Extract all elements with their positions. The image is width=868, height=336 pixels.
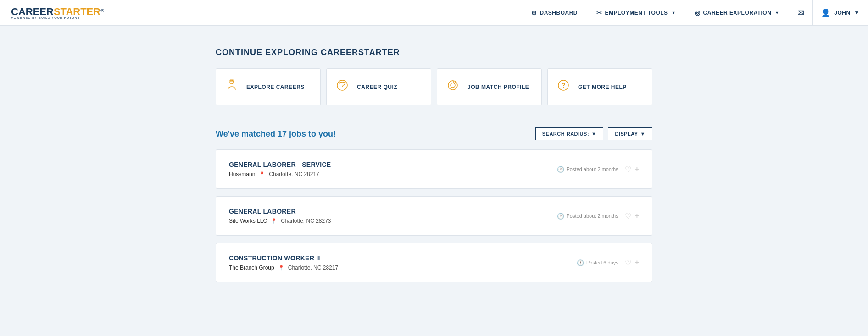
job-actions: ♡ +	[625, 165, 639, 174]
tools-icon: ✂	[596, 9, 602, 17]
job-actions: ♡ +	[625, 212, 639, 220]
job-favorite-button[interactable]: ♡	[625, 212, 631, 220]
logo-reg: ®	[100, 8, 104, 13]
clock-icon: 🕐	[557, 166, 564, 173]
jobs-matched-text: We've matched 17 jobs to you!	[216, 129, 336, 139]
search-radius-button[interactable]: SEARCH RADIUS: ▼	[535, 127, 604, 140]
job-right: 🕐 Posted about 2 months ♡ +	[557, 212, 639, 220]
get-help-icon: ?	[555, 78, 572, 96]
nav-user[interactable]: 👤 JOHN ▼	[812, 0, 868, 25]
jobs-controls: SEARCH RADIUS: ▼ DISPLAY ▼	[535, 127, 652, 140]
svg-point-4	[448, 81, 457, 90]
display-button[interactable]: DISPLAY ▼	[608, 127, 652, 140]
job-actions: ♡ +	[625, 259, 639, 267]
jobs-header: We've matched 17 jobs to you! SEARCH RAD…	[216, 127, 652, 140]
display-caret: ▼	[640, 131, 645, 137]
location-pin-icon: 📍	[278, 265, 284, 271]
navbar: CAREERSTARTER® POWERED BY BUILD YOUR FUT…	[0, 0, 868, 26]
table-row: CONSTRUCTION WORKER II The Branch Group …	[216, 243, 652, 282]
user-avatar-icon: 👤	[821, 8, 831, 17]
display-label: DISPLAY	[615, 131, 638, 137]
nav-employment-tools-label: EMPLOYMENT TOOLS	[605, 10, 668, 16]
location-pin-icon: 📍	[259, 171, 265, 177]
get-help-card[interactable]: ? GET MORE HELP	[547, 68, 652, 105]
explore-section-title: CONTINUE EXPLORING CAREERSTARTER	[216, 48, 652, 57]
nav-user-name: JOHN	[834, 10, 850, 16]
career-quiz-card[interactable]: CAREER QUIZ	[326, 68, 431, 105]
svg-text:?: ?	[562, 82, 566, 89]
job-info: GENERAL LABORER - SERVICE Hussmann 📍 Cha…	[229, 161, 331, 177]
job-right: 🕐 Posted 6 days ♡ +	[577, 259, 639, 267]
job-posted: 🕐 Posted about 2 months	[557, 213, 618, 220]
clock-icon: 🕐	[577, 259, 584, 266]
employment-tools-caret: ▼	[672, 11, 676, 15]
job-title: GENERAL LABORER - SERVICE	[229, 161, 331, 168]
user-caret: ▼	[854, 10, 860, 16]
job-meta: The Branch Group 📍 Charlotte, NC 28217	[229, 264, 338, 271]
job-info: CONSTRUCTION WORKER II The Branch Group …	[229, 254, 338, 271]
table-row: GENERAL LABORER Site Works LLC 📍 Charlot…	[216, 196, 652, 236]
job-location: Charlotte, NC 28273	[281, 218, 331, 224]
search-radius-label: SEARCH RADIUS:	[542, 131, 589, 137]
explore-careers-icon	[223, 78, 240, 96]
logo[interactable]: CAREERSTARTER® POWERED BY BUILD YOUR FUT…	[0, 0, 115, 25]
job-add-button[interactable]: +	[635, 259, 639, 267]
job-add-button[interactable]: +	[635, 165, 639, 173]
location-pin-icon: 📍	[271, 218, 277, 224]
table-row: GENERAL LABORER - SERVICE Hussmann 📍 Cha…	[216, 149, 652, 189]
main-content: CONTINUE EXPLORING CAREERSTARTER EXPLORE…	[205, 26, 663, 312]
job-favorite-button[interactable]: ♡	[625, 165, 631, 174]
navbar-items: ⊕ DASHBOARD ✂ EMPLOYMENT TOOLS ▼ ◎ CAREE…	[522, 0, 868, 25]
job-add-button[interactable]: +	[635, 212, 639, 220]
career-quiz-label: CAREER QUIZ	[357, 84, 397, 90]
get-help-label: GET MORE HELP	[578, 84, 627, 90]
job-match-label: JOB MATCH PROFILE	[467, 84, 529, 90]
job-posted: 🕐 Posted about 2 months	[557, 166, 618, 173]
job-posted-text: Posted about 2 months	[567, 166, 618, 172]
job-posted-text: Posted about 2 months	[567, 213, 618, 219]
explore-careers-card[interactable]: EXPLORE CAREERS	[216, 68, 321, 105]
job-meta: Site Works LLC 📍 Charlotte, NC 28273	[229, 218, 331, 224]
nav-employment-tools[interactable]: ✂ EMPLOYMENT TOOLS ▼	[587, 0, 685, 25]
exploration-icon: ◎	[695, 9, 701, 17]
job-posted: 🕐 Posted 6 days	[577, 259, 618, 266]
svg-point-0	[230, 80, 234, 84]
mail-icon: ✉	[797, 8, 804, 18]
job-location: Charlotte, NC 28217	[269, 171, 319, 177]
job-title: GENERAL LABORER	[229, 208, 331, 215]
svg-point-5	[451, 83, 455, 88]
job-location: Charlotte, NC 28217	[288, 264, 338, 271]
career-exploration-caret: ▼	[775, 11, 779, 15]
nav-dashboard-label: DASHBOARD	[540, 10, 578, 16]
career-quiz-icon	[334, 78, 351, 96]
nav-dashboard[interactable]: ⊕ DASHBOARD	[522, 0, 587, 25]
search-radius-caret: ▼	[591, 131, 596, 137]
job-title: CONSTRUCTION WORKER II	[229, 254, 338, 262]
navbar-spacer	[115, 0, 522, 25]
job-posted-text: Posted 6 days	[586, 260, 618, 265]
svg-point-3	[342, 88, 343, 88]
explore-cards: EXPLORE CAREERS CAREER QUIZ	[216, 68, 652, 105]
nav-mail[interactable]: ✉	[789, 0, 812, 25]
job-list: GENERAL LABORER - SERVICE Hussmann 📍 Cha…	[216, 149, 652, 282]
job-company: The Branch Group	[229, 264, 274, 271]
job-company: Hussmann	[229, 171, 255, 177]
job-company: Site Works LLC	[229, 218, 267, 224]
explore-careers-label: EXPLORE CAREERS	[246, 84, 305, 90]
job-match-card[interactable]: JOB MATCH PROFILE	[437, 68, 542, 105]
job-match-icon	[445, 78, 461, 96]
nav-career-exploration[interactable]: ◎ CAREER EXPLORATION ▼	[685, 0, 789, 25]
job-info: GENERAL LABORER Site Works LLC 📍 Charlot…	[229, 208, 331, 224]
nav-career-exploration-label: CAREER EXPLORATION	[703, 10, 772, 16]
dashboard-icon: ⊕	[531, 9, 537, 17]
clock-icon: 🕐	[557, 213, 564, 220]
job-favorite-button[interactable]: ♡	[625, 259, 631, 267]
job-meta: Hussmann 📍 Charlotte, NC 28217	[229, 171, 331, 177]
job-right: 🕐 Posted about 2 months ♡ +	[557, 165, 639, 174]
